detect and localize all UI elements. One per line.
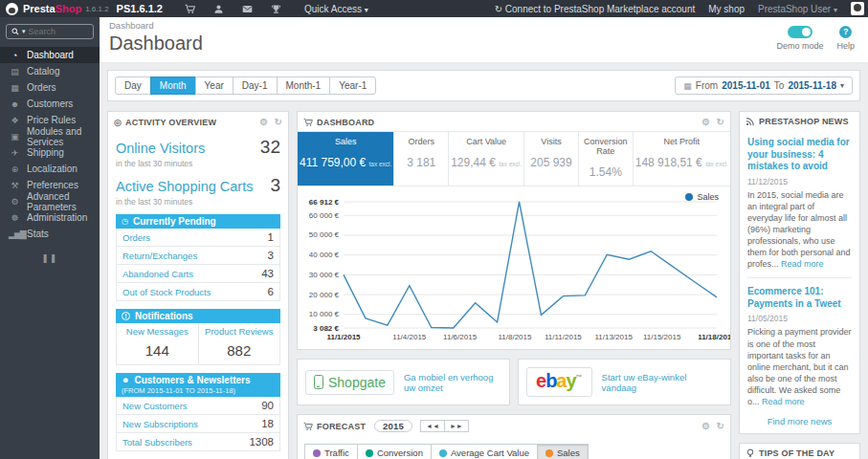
ebay-link[interactable]: Start uw eBay-winkel vandaag — [602, 372, 723, 393]
online-visitors-link[interactable]: Online Visitors — [116, 141, 205, 156]
legend-dot-icon — [685, 193, 693, 201]
forecast-prev-button[interactable]: ◄◄ — [420, 420, 445, 432]
search-icon — [11, 28, 19, 35]
range-button-year-1[interactable]: Year-1 — [329, 76, 376, 95]
pending-orders-link[interactable]: Orders — [122, 232, 150, 243]
range-button-day[interactable]: Day — [115, 76, 151, 95]
sidebar-search[interactable]: ▾ — [6, 24, 94, 39]
marketplace-link[interactable]: ↻ Connect to PrestaShop Marketplace acco… — [495, 4, 696, 14]
exclamation-icon: ! — [122, 312, 130, 320]
trophy-icon[interactable] — [262, 3, 291, 14]
svg-text:11/15/2015: 11/15/2015 — [643, 333, 681, 341]
user-icon[interactable] — [205, 3, 234, 14]
bar-chart-icon: ▂▅▇ — [9, 230, 20, 239]
pending-returns-link[interactable]: Return/Exchanges — [122, 251, 197, 261]
sidebar-item-advanced-parameters[interactable]: ⚙Advanced Parameters — [0, 193, 100, 209]
new-messages-link[interactable]: New Messages — [119, 326, 196, 337]
sidebar-collapse-icon[interactable]: ❚❚ — [0, 253, 100, 263]
panel-settings-icon[interactable]: ⚙ — [701, 117, 710, 127]
sidebar-item-dashboard[interactable]: ◔Dashboard — [0, 47, 100, 63]
sidebar-item-administration[interactable]: ☸Administration — [0, 209, 100, 226]
pending-out-of-stock-link[interactable]: Out of Stock Products — [122, 287, 211, 297]
ebay-ad-panel: ebay™ Start uw eBay-winkel vandaag — [518, 359, 731, 405]
svg-text:10 000 €: 10 000 € — [309, 310, 340, 318]
date-range-toolbar: Day Month Year Day-1 Month-1 Year-1 ▦ Fr… — [107, 70, 860, 101]
panel-title: DASHBOARD — [317, 118, 374, 127]
kpi-visits[interactable]: Visits205 939 — [523, 132, 578, 186]
forecast-legend: Traffic Conversion Average Cart Value Sa… — [305, 444, 723, 459]
new-subscriptions-link[interactable]: New Subscriptions — [122, 419, 198, 429]
find-more-news-link[interactable]: Find more news — [747, 416, 852, 426]
search-input[interactable] — [29, 27, 84, 36]
divider — [747, 277, 852, 278]
forecast-year[interactable]: 2015 — [374, 420, 412, 432]
news-article-title[interactable]: Using social media for your business: 4 … — [747, 137, 852, 173]
svg-text:11/8/2015: 11/8/2015 — [498, 333, 532, 341]
forecast-legend-sales[interactable]: Sales — [537, 444, 589, 459]
forecast-legend-conversion[interactable]: Conversion — [357, 444, 432, 459]
sidebar-item-modules[interactable]: ▣Modules and Services — [0, 128, 100, 144]
shopgate-link[interactable]: Ga mobiel en verhoog uw omzet — [404, 372, 501, 393]
range-button-day-1[interactable]: Day-1 — [233, 76, 278, 95]
globe-icon: ⊕ — [9, 164, 20, 174]
sidebar-item-orders[interactable]: ▦Orders — [0, 79, 100, 96]
panel-refresh-icon[interactable]: ↻ — [716, 117, 724, 127]
panel-settings-icon[interactable]: ⚙ — [701, 421, 710, 431]
news-article: Using social media for your business: 4 … — [747, 137, 852, 270]
tags-icon: ❖ — [9, 116, 20, 125]
forecast-legend-average-cart-value[interactable]: Average Cart Value — [431, 444, 538, 459]
svg-text:66 912 €: 66 912 € — [309, 198, 340, 207]
panel-settings-icon[interactable]: ⚙ — [259, 117, 268, 127]
chart-legend[interactable]: Sales — [685, 192, 719, 202]
chevron-down-icon: ▾ — [365, 6, 368, 14]
svg-text:3 082 €: 3 082 € — [313, 324, 339, 333]
wrench-icon: ⚒ — [9, 181, 20, 190]
panel-refresh-icon[interactable]: ↻ — [274, 117, 282, 127]
help-icon[interactable]: ? — [839, 26, 852, 38]
forecast-legend-traffic[interactable]: Traffic — [304, 444, 358, 459]
sales-chart: Sales 3 082 €10 000 €20 000 €30 000 €40 … — [298, 186, 730, 349]
demo-mode-toggle[interactable] — [788, 26, 812, 38]
cart-icon[interactable] — [176, 3, 205, 14]
cogs-icon: ⚙ — [9, 197, 20, 207]
panel-refresh-icon[interactable]: ↻ — [716, 421, 724, 431]
svg-text:11/11/2015: 11/11/2015 — [545, 333, 582, 341]
sidebar-item-localization[interactable]: ⊕Localization — [0, 161, 100, 177]
clock-icon: ◷ — [122, 217, 128, 226]
date-range-picker[interactable]: ▦ From2015-11-01 To2015-11-18 ▾ — [675, 76, 853, 95]
range-button-month[interactable]: Month — [150, 76, 196, 95]
forecast-next-button[interactable]: ►► — [444, 420, 469, 432]
user-menu[interactable]: PrestaShop User ▾ — [758, 4, 837, 14]
read-more-link[interactable]: Read more — [781, 259, 824, 269]
range-button-year[interactable]: Year — [195, 76, 234, 95]
news-article-title[interactable]: Ecommerce 101: Payments in a Tweet — [747, 286, 852, 310]
tips-of-the-day-panel: TIPS OF THE DAY Geef je Sales in het bui… — [739, 443, 860, 459]
kpi-orders[interactable]: Orders3 181 — [393, 132, 448, 186]
total-subscribers-link[interactable]: Total Subscribers — [122, 437, 192, 448]
panel-title: TIPS OF THE DAY — [759, 448, 835, 458]
new-customers-link[interactable]: New Customers — [122, 401, 188, 411]
my-shop-link[interactable]: My shop — [708, 4, 745, 14]
pending-abandoned-carts-link[interactable]: Abandoned Carts — [122, 269, 193, 279]
kpi-conversion-rate[interactable]: Conversion Rate1.54% — [578, 132, 633, 186]
quick-access-menu[interactable]: Quick Access ▾ — [304, 4, 368, 14]
active-carts-link[interactable]: Active Shopping Carts — [116, 179, 253, 194]
kpi-cart-value[interactable]: Cart Value129,44 € tax excl. — [448, 132, 523, 186]
mail-icon[interactable] — [234, 3, 262, 14]
users-icon: ☻ — [122, 376, 129, 384]
sidebar-item-shipping[interactable]: ✈Shipping — [0, 144, 100, 161]
help-label: Help — [836, 41, 855, 51]
sidebar-item-catalog[interactable]: ▤Catalog — [0, 63, 100, 79]
sidebar-item-stats[interactable]: ▂▅▇Stats — [0, 226, 100, 242]
news-article-date: 11/12/2015 — [747, 177, 852, 186]
kpi-net-profit[interactable]: Net Profit148 918,51 € tax excl. — [633, 132, 730, 186]
kpi-sales[interactable]: Sales411 759,00 € tax excl. — [298, 132, 393, 186]
svg-text:60 000 €: 60 000 € — [309, 211, 340, 220]
product-reviews-link[interactable]: Product Reviews — [201, 326, 278, 337]
read-more-link[interactable]: Read more — [762, 397, 805, 406]
dashboard-gauge-icon: ◔ — [9, 51, 20, 60]
sidebar-item-customers[interactable]: ☻Customers — [0, 96, 100, 112]
user-avatar[interactable] — [851, 2, 864, 15]
range-button-month-1[interactable]: Month-1 — [277, 76, 331, 95]
folder-icon: ▦ — [9, 83, 20, 93]
